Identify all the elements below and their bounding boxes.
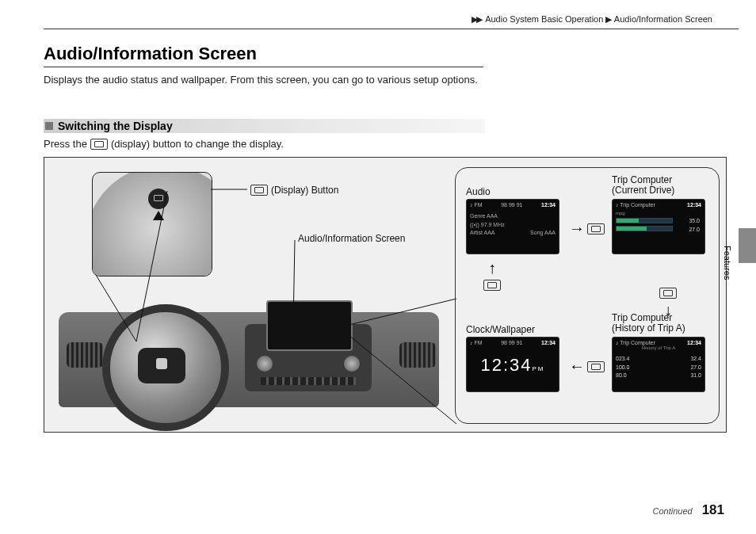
clock-signal: 98 99 91 [501,340,522,345]
hist-r0a: 023.4 [616,355,630,364]
audio-knob-left [257,356,273,372]
preset-buttons-row [261,377,356,385]
hist-r1b: 27.0 [690,364,701,372]
breadcrumb-level1: Audio System Basic Operation [485,14,603,24]
audio-genre: Genre AAA [470,212,556,221]
arrow-up-icon: ↑ [488,259,496,277]
trip-bar-1 [616,218,673,223]
audio-clock: 12:34 [541,202,556,208]
flow-left-icon: ← [569,357,605,376]
features-tab [739,228,756,263]
page-title: Audio/Information Screen [44,44,257,64]
breadcrumb-sep: ▶ [605,14,612,24]
instruction-line: Press the (display) button to change the… [44,138,284,150]
page-number: 181 [702,502,724,518]
display-button-icon [587,223,605,235]
hist-r1a: 100.0 [616,364,630,372]
features-tab-label: Features [723,246,732,280]
callout-display-button-text: (Display) Button [271,185,338,196]
flow-up-icon: ↑ [483,259,501,291]
figure-frame: (Display) Button Audio/Information Scree… [44,157,727,433]
section-square-icon [45,122,53,130]
instruction-post: (display) button to change the display. [111,138,284,150]
mini-screen-audio: ♪ FM 98 99 91 12:34 Genre AAA ((•)) 97.9… [466,199,559,254]
display-button-icon [90,139,108,150]
breadcrumb: ▶▶ Audio System Basic Operation ▶ Audio/… [472,14,712,25]
callout-info-screen-text: Audio/Information Screen [298,233,405,244]
section-heading-text: Switching the Display [58,120,173,132]
mini-screen-trip-current: ♪ Trip Computer 12:34 mpg 35.0 27.0 [612,199,705,254]
audio-song: Song AAA [530,229,556,238]
callout-display-button: (Display) Button [250,185,338,196]
hist-r0b: 32.4 [690,355,701,364]
hist-title: Trip Computer [620,340,655,345]
instruction-pre: Press the [44,138,87,150]
hist-r2b: 31.0 [690,372,701,380]
pointer-arrow-icon [153,211,164,220]
title-rule [44,67,483,67]
section-heading-bar: Switching the Display [44,119,485,133]
audio-artist: Artist AAA [470,229,495,238]
audio-band: FM [474,202,482,208]
page-footer: Continued 181 [652,502,724,518]
steering-wheel-surface [92,172,212,277]
mini-screen-trip-history: ♪ Trip Computer 12:34 History of Trip A … [612,337,705,392]
arrow-right-icon: → [569,219,585,238]
intro-text: Displays the audio status and wallpaper.… [44,73,487,88]
callout-info-screen: Audio/Information Screen [298,233,405,244]
trip-reading-1: 35.0 [689,218,700,223]
clock-ampm: PM [533,365,545,372]
center-info-screen [266,300,353,351]
arrow-down-icon: ↓ [664,301,672,319]
breadcrumb-level2: Audio/Information Screen [614,14,712,24]
dashboard-illustration [59,280,439,423]
flow-right-icon: → [569,219,605,238]
air-vent-left [67,342,103,368]
hist-clock: 12:34 [687,340,701,345]
display-button-icon [659,288,677,299]
steering-wheel-inset [92,172,212,277]
cycle-label-audio: Audio [466,186,491,197]
audio-knob-right [344,356,360,372]
display-button-icon [587,361,605,372]
trip-bar-2 [616,226,673,231]
audio-freq: 97.9 MHz [481,222,505,227]
hist-subtitle: History of Trip A [616,345,701,350]
display-button-on-wheel [148,189,169,209]
trip-title: Trip Computer [620,202,655,208]
cycle-label-clock: Clock/Wallpaper [466,324,535,335]
clock-big-time: 12:34 [480,355,532,375]
display-button-icon [483,280,501,291]
clock-small-time: 12:34 [541,340,556,345]
steering-wheel [102,304,229,431]
brand-logo-icon [156,358,167,369]
top-rule [44,29,739,29]
breadcrumb-arrows: ▶▶ [472,14,481,24]
mini-screen-clock: ♪ FM 98 99 91 12:34 12:34PM [466,337,559,392]
audio-signal: 98 99 91 [501,202,522,208]
arrow-left-icon: ← [569,357,585,376]
air-vent-right [399,342,436,368]
trip-clock: 12:34 [687,202,701,208]
trip-reading-2: 27.0 [689,227,700,232]
display-button-icon [250,185,268,196]
continued-label: Continued [652,506,692,516]
clock-band: FM [474,340,482,345]
flow-down-icon: ↓ [659,288,677,319]
hist-r2a: 80.0 [616,372,627,380]
cycle-label-trip-current: Trip Computer (Current Drive) [612,175,674,196]
